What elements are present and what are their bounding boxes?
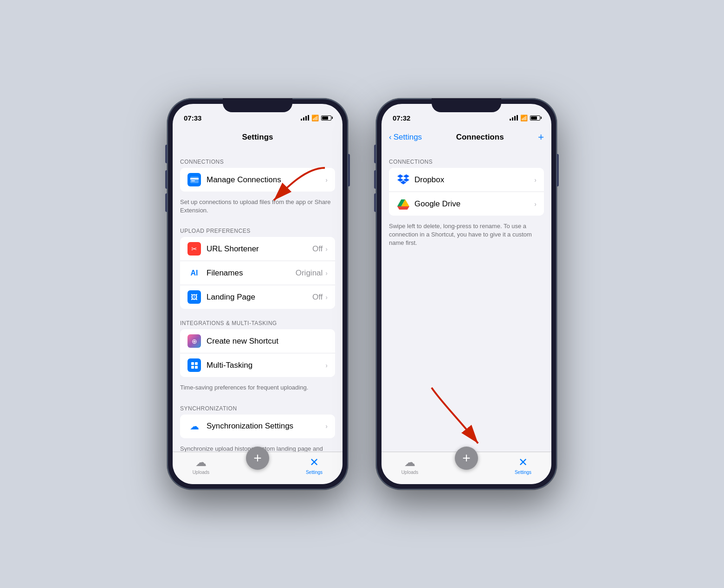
list-item-landing-page[interactable]: 🖼 Landing Page Off › <box>180 285 335 309</box>
wifi-icon-1: 📶 <box>311 115 319 121</box>
section-header-sync: SYNCHRONIZATION <box>173 398 343 415</box>
add-button-2[interactable]: + <box>455 447 478 470</box>
tab-uploads-label-2: Uploads <box>401 470 419 475</box>
section-header-connections-1: CONNECTIONS <box>173 151 343 168</box>
notch-2 <box>432 98 501 112</box>
notch-1 <box>223 98 292 112</box>
chevron-manage-connections: › <box>325 176 328 184</box>
tab-settings-1[interactable]: ✕ Settings <box>286 456 343 475</box>
page-title-1: Settings <box>213 133 303 142</box>
battery-icon-2 <box>530 115 540 121</box>
svg-rect-4 <box>195 362 198 365</box>
landing-page-value: Off <box>312 293 323 302</box>
uploads-cloud-icon: ☁ <box>195 456 207 469</box>
chevron-landing: › <box>325 294 328 301</box>
svg-rect-5 <box>191 366 194 369</box>
tab-settings-2[interactable]: ✕ Settings <box>495 456 551 475</box>
filenames-label: Filenames <box>207 268 296 278</box>
signal-icon-2 <box>510 115 518 121</box>
phone-2: 07:32 📶 ‹ Settings Connections <box>376 98 557 490</box>
list-item-shortcut[interactable]: ⊕ Create new Shortcut <box>180 329 335 353</box>
nav-bar-1: Settings <box>173 127 343 147</box>
uploads-cloud-icon-2: ☁ <box>404 456 415 469</box>
section-footer-connections-2: Swipe left to delete, long-press to rena… <box>381 219 551 253</box>
tab-uploads-label-1: Uploads <box>193 470 210 475</box>
status-time-1: 07:33 <box>184 114 201 122</box>
svg-rect-2 <box>191 180 195 181</box>
back-chevron-icon: ‹ <box>389 133 392 142</box>
settings-icon-1: ✕ <box>310 456 319 469</box>
back-button[interactable]: ‹ Settings <box>389 133 422 142</box>
page-title-2: Connections <box>422 133 538 142</box>
url-shortener-label: URL Shortener <box>207 244 312 254</box>
nav-bar-2: ‹ Settings Connections + <box>381 127 551 147</box>
tab-bar-1: ☁ Uploads + ✕ Settings <box>173 452 343 484</box>
dropbox-icon <box>396 173 410 186</box>
svg-rect-3 <box>191 362 194 365</box>
tab-uploads-2[interactable]: ☁ Uploads <box>381 456 438 475</box>
scroll-content-2[interactable]: CONNECTIONS Dropbox › <box>381 147 551 452</box>
dropbox-label: Dropbox <box>414 175 534 185</box>
list-item-google-drive[interactable]: Google Drive › <box>389 192 544 216</box>
tab-settings-label-1: Settings <box>306 470 323 475</box>
list-group-integrations: ⊕ Create new Shortcut Multi-Tasking <box>180 329 335 377</box>
battery-icon-1 <box>321 115 331 121</box>
filenames-value: Original <box>296 268 323 278</box>
tab-add-2[interactable]: + <box>438 456 495 470</box>
status-icons-2: 📶 <box>510 115 540 121</box>
svg-rect-0 <box>190 177 199 183</box>
section-footer-integrations: Time-saving preferences for frequent upl… <box>173 381 343 397</box>
wifi-icon-2: 📶 <box>520 115 528 121</box>
ai-icon: AI <box>187 266 201 280</box>
add-connection-button[interactable]: + <box>538 131 544 143</box>
sync-settings-label: Synchronization Settings <box>207 422 325 431</box>
svg-rect-1 <box>190 178 199 179</box>
section-header-connections-2: CONNECTIONS <box>381 151 551 168</box>
gdrive-icon <box>396 197 410 211</box>
chevron-multitask: › <box>325 362 328 369</box>
manage-connections-label: Manage Connections <box>207 175 325 185</box>
chevron-url: › <box>325 245 328 253</box>
image-icon: 🖼 <box>187 290 201 304</box>
chevron-gdrive: › <box>534 200 537 208</box>
tab-bar-2: ☁ Uploads + ✕ Settings <box>381 452 551 484</box>
status-icons-1: 📶 <box>301 115 331 121</box>
scissors-icon: ✂ <box>187 242 201 256</box>
phone-1: 07:33 📶 Settings CON <box>167 98 348 490</box>
multitask-label: Multi-Tasking <box>207 361 325 370</box>
multitask-icon <box>187 358 201 372</box>
list-item-dropbox[interactable]: Dropbox › <box>389 168 544 192</box>
list-group-connections-1: Manage Connections › <box>180 168 335 192</box>
back-label: Settings <box>394 133 422 142</box>
svg-rect-6 <box>195 366 198 369</box>
card-icon <box>187 173 201 186</box>
list-item-sync-settings[interactable]: ☁ Synchronization Settings › <box>180 415 335 438</box>
shortcut-icon: ⊕ <box>187 334 201 348</box>
list-group-connections-2: Dropbox › Google Drive › <box>389 168 544 216</box>
list-item-multitasking[interactable]: Multi-Tasking › <box>180 353 335 377</box>
chevron-dropbox: › <box>534 176 537 184</box>
tab-settings-label-2: Settings <box>515 470 531 475</box>
section-header-upload: UPLOAD PREFERENCES <box>173 220 343 237</box>
list-group-sync: ☁ Synchronization Settings › <box>180 415 335 438</box>
landing-page-label: Landing Page <box>207 293 312 302</box>
section-header-integrations: INTEGRATIONS & MULTI-TASKING <box>173 313 343 329</box>
status-time-2: 07:32 <box>393 114 410 122</box>
add-button-1[interactable]: + <box>246 447 269 470</box>
settings-icon-2: ✕ <box>518 456 528 469</box>
section-footer-connections-1: Set up connections to upload files from … <box>173 195 343 220</box>
shortcut-label: Create new Shortcut <box>207 337 328 346</box>
signal-icon-1 <box>301 115 309 121</box>
url-shortener-value: Off <box>312 244 323 254</box>
google-drive-label: Google Drive <box>414 199 534 209</box>
list-item-url-shortener[interactable]: ✂ URL Shortener Off › <box>180 237 335 261</box>
tab-uploads-1[interactable]: ☁ Uploads <box>173 456 229 475</box>
chevron-filenames: › <box>325 269 328 277</box>
chevron-sync: › <box>325 422 328 430</box>
list-group-upload: ✂ URL Shortener Off › AI Filenames Origi… <box>180 237 335 309</box>
scroll-content-1[interactable]: CONNECTIONS Manage Connections › Set up … <box>173 147 343 452</box>
list-item-manage-connections[interactable]: Manage Connections › <box>180 168 335 192</box>
tab-add-1[interactable]: + <box>229 456 286 470</box>
list-item-filenames[interactable]: AI Filenames Original › <box>180 261 335 285</box>
cloud-sync-icon: ☁ <box>187 420 201 433</box>
